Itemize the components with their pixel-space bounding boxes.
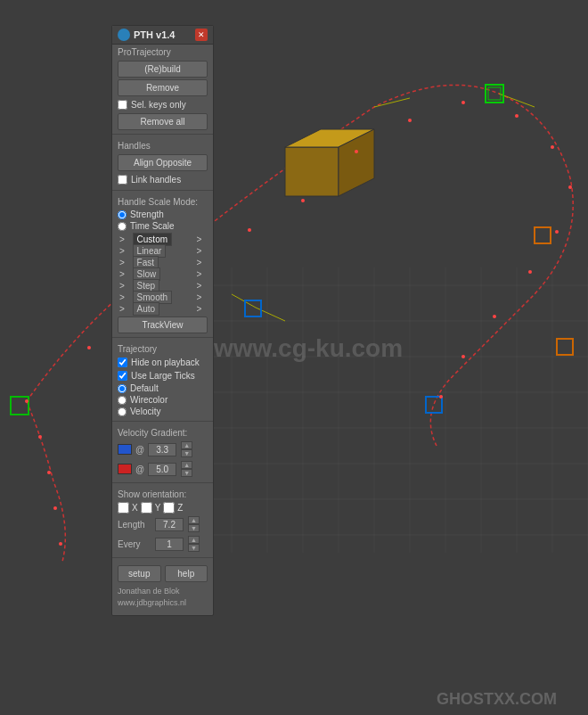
velocity-value-1[interactable]	[148, 443, 176, 456]
vel-row-2: @ ▲ ▼	[112, 459, 213, 479]
length-spinner: ▲ ▼	[188, 516, 200, 532]
svg-point-52	[47, 471, 51, 474]
divider-5	[112, 482, 213, 483]
length-row: Length ▲ ▼	[112, 514, 213, 534]
every-input[interactable]	[155, 538, 184, 551]
default-radio[interactable]	[118, 384, 127, 393]
interp-right-arrow[interactable]: >	[194, 257, 208, 268]
svg-point-51	[38, 435, 42, 439]
interp-name[interactable]: Auto	[133, 302, 160, 316]
interp-left-arrow[interactable]: >	[118, 303, 131, 315]
remove-button[interactable]: Remove	[118, 79, 208, 96]
svg-point-34	[25, 399, 29, 403]
velocity-value-2[interactable]	[148, 463, 176, 476]
every-dn[interactable]: ▼	[188, 544, 200, 552]
close-button[interactable]: ✕	[195, 29, 208, 41]
vel-up-2[interactable]: ▲	[181, 461, 192, 469]
divider-1	[112, 134, 213, 135]
length-input[interactable]	[155, 518, 184, 531]
velocity-color-2[interactable]	[118, 464, 132, 474]
show-orientation-label: Show orientation:	[112, 487, 213, 501]
interp-right-arrow[interactable]: >	[194, 268, 208, 280]
length-label: Length	[118, 520, 151, 530]
orient-x-label: X	[132, 503, 138, 513]
velocity-radio[interactable]	[118, 407, 127, 416]
sel-keys-only-checkbox[interactable]	[118, 100, 127, 110]
interp-right-arrow[interactable]: >	[194, 280, 208, 292]
every-row: Every ▲ ▼	[112, 534, 213, 554]
wirecolor-radio[interactable]	[118, 396, 127, 405]
sel-keys-only-row: Sel. keys only	[112, 98, 213, 111]
svg-point-43	[515, 114, 519, 118]
interp-left-arrow[interactable]: >	[118, 234, 131, 245]
interp-left-arrow[interactable]: >	[118, 280, 131, 292]
every-spinner: ▲ ▼	[188, 536, 200, 552]
interp-left-arrow[interactable]: >	[118, 268, 131, 280]
default-label: Default	[130, 383, 159, 393]
divider-6	[112, 557, 213, 558]
interp-row: > Fast >	[118, 257, 208, 268]
strength-radio[interactable]	[118, 210, 127, 219]
svg-point-46	[555, 230, 559, 234]
svg-point-44	[551, 145, 554, 149]
use-large-ticks-row: Use Large Ticks	[112, 369, 213, 382]
velocity-color-1[interactable]	[118, 444, 132, 455]
remove-all-button[interactable]: Remove all	[118, 113, 208, 130]
align-opposite-button[interactable]: Align Opposite	[118, 154, 208, 171]
interp-right-arrow[interactable]: >	[194, 292, 208, 303]
link-handles-checkbox[interactable]	[118, 175, 127, 185]
length-dn[interactable]: ▼	[188, 524, 200, 532]
every-up[interactable]: ▲	[188, 536, 200, 544]
hide-on-playback-checkbox[interactable]	[118, 358, 127, 367]
vel-dn-1[interactable]: ▼	[181, 449, 192, 457]
timescale-radio-row: Time Scale	[112, 220, 213, 232]
interp-row: > Smooth >	[118, 292, 208, 303]
svg-point-40	[355, 150, 358, 153]
strength-label: Strength	[130, 210, 164, 219]
use-large-ticks-checkbox[interactable]	[118, 371, 127, 381]
interp-left-arrow[interactable]: >	[118, 292, 131, 303]
svg-rect-24	[285, 147, 339, 196]
divider-4	[112, 421, 213, 422]
timescale-label: Time Scale	[130, 221, 175, 231]
velocity-gradient-label: Velocity Gradient:	[112, 425, 213, 440]
interp-right-arrow[interactable]: >	[194, 303, 208, 315]
divider-2	[112, 190, 213, 191]
orient-y-checkbox[interactable]	[141, 502, 152, 514]
rebuild-button[interactable]: (Re)build	[118, 61, 208, 78]
setup-button[interactable]: setup	[118, 565, 161, 582]
interp-right-arrow[interactable]: >	[194, 234, 208, 245]
svg-text:GHOSTXX.COM: GHOSTXX.COM	[437, 690, 557, 708]
interp-right-arrow[interactable]: >	[194, 245, 208, 257]
vel-row-1: @ ▲ ▼	[112, 440, 213, 459]
vel-at-2: @	[135, 464, 144, 474]
footer-text: Jonathan de Blok www.jdbgraphics.nl	[112, 584, 213, 610]
interp-left-arrow[interactable]: >	[118, 257, 131, 268]
use-large-ticks-label: Use Large Ticks	[131, 371, 195, 381]
trajectory-label: Trajectory	[112, 341, 213, 356]
help-button[interactable]: help	[165, 565, 208, 582]
main-panel: PTH v1.4 ✕ ProTrajectory (Re)build Remov…	[111, 25, 214, 616]
wirecolor-radio-row: Wirecolor	[112, 394, 213, 406]
link-handles-row: Link handles	[112, 173, 213, 186]
trackview-button[interactable]: TrackView	[118, 316, 208, 333]
svg-point-49	[461, 355, 465, 358]
every-label: Every	[118, 539, 151, 549]
bottom-buttons: setup help	[112, 562, 213, 584]
orient-x-checkbox[interactable]	[118, 502, 129, 514]
protrajectory-label: ProTrajectory	[112, 45, 213, 59]
svg-point-42	[461, 101, 465, 104]
sel-keys-only-label: Sel. keys only	[131, 100, 186, 110]
length-up[interactable]: ▲	[188, 516, 200, 524]
orient-z-checkbox[interactable]	[163, 502, 175, 514]
timescale-radio[interactable]	[118, 222, 127, 231]
orientation-checkboxes: X Y Z	[112, 501, 213, 514]
author-line2: www.jdbgraphics.nl	[118, 597, 208, 609]
viewport: www.cg-ku.com GHOSTXX.COM	[0, 0, 588, 715]
vel-dn-2[interactable]: ▼	[181, 469, 192, 477]
author-line1: Jonathan de Blok	[118, 586, 208, 597]
vel-up-1[interactable]: ▲	[181, 441, 192, 449]
vel-spinner-2: ▲ ▼	[181, 461, 192, 477]
interp-row: > Slow >	[118, 268, 208, 280]
interp-left-arrow[interactable]: >	[118, 245, 131, 257]
